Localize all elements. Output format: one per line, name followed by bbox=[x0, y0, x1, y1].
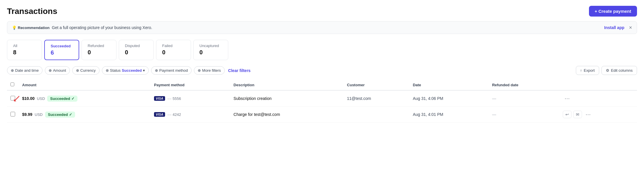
customer-column-header: Customer bbox=[344, 80, 409, 90]
transactions-table: Amount Payment method Description Custom… bbox=[7, 80, 637, 123]
status-badge: Succeeded ✓ bbox=[45, 112, 75, 118]
status-tab-succeeded[interactable]: Succeeded 6 bbox=[44, 40, 79, 60]
customer-cell: 11@test.com bbox=[344, 90, 409, 107]
amount-value: $10.00 bbox=[22, 96, 35, 101]
page-title: Transactions bbox=[7, 7, 57, 16]
table-row: $10.00 USD Succeeded ✓ VISA ···· 5556 Su… bbox=[7, 90, 637, 107]
row-more-button[interactable]: ⋯ bbox=[584, 111, 592, 118]
more-filters-button[interactable]: ⊕ More filters bbox=[194, 66, 224, 75]
amount-cell: $10.00 USD Succeeded ✓ bbox=[19, 90, 151, 107]
status-tab-count: 6 bbox=[51, 49, 73, 56]
transactions-table-container: Amount Payment method Description Custom… bbox=[7, 80, 637, 123]
filters-right-actions: ↑ Export ⚙ Edit columns bbox=[576, 66, 637, 75]
amount-filter[interactable]: ⊕ Amount bbox=[45, 66, 70, 75]
row-undo-button[interactable]: ↩ bbox=[563, 111, 572, 118]
filters-row: ⊕ Date and time ⊕ Amount ⊕ Currency ⊗ St… bbox=[7, 66, 637, 75]
amount-value: $9.99 bbox=[22, 112, 32, 117]
date-time-filter[interactable]: ⊕ Date and time bbox=[7, 66, 43, 75]
status-tab-disputed[interactable]: Disputed 0 bbox=[119, 40, 154, 60]
banner-left: 💡 Recommendation Get a full operating pi… bbox=[12, 25, 152, 30]
status-tab-label: Succeeded bbox=[51, 44, 73, 48]
select-all-checkbox[interactable] bbox=[10, 82, 14, 86]
date-column-header: Date bbox=[409, 80, 489, 90]
status-badge: Succeeded ✓ bbox=[47, 96, 77, 102]
refunded-date-cell: — bbox=[489, 90, 559, 107]
plus-circle-icon-more: ⊕ bbox=[198, 68, 201, 73]
select-all-header bbox=[7, 80, 19, 90]
red-arrow-icon bbox=[14, 96, 20, 101]
edit-columns-button[interactable]: ⚙ Edit columns bbox=[601, 66, 637, 75]
currency-filter[interactable]: ⊕ Currency bbox=[72, 66, 100, 75]
amount-column-header: Amount bbox=[19, 80, 151, 90]
settings-icon: ⚙ bbox=[606, 68, 609, 73]
install-app-link[interactable]: Install app bbox=[604, 25, 624, 30]
description-cell: Subscription creation bbox=[230, 90, 344, 107]
status-tab-count: 0 bbox=[125, 49, 148, 56]
export-icon: ↑ bbox=[580, 68, 582, 73]
banner-right: Install app × bbox=[604, 25, 632, 30]
visa-badge: VISA bbox=[154, 112, 165, 117]
status-tab-count: 0 bbox=[162, 49, 185, 56]
description-cell: Charge for test@test.com bbox=[230, 107, 344, 123]
clear-filters-link[interactable]: Clear filters bbox=[228, 68, 251, 73]
status-tab-label: Disputed bbox=[125, 44, 148, 48]
table-body: $10.00 USD Succeeded ✓ VISA ···· 5556 Su… bbox=[7, 90, 637, 123]
table-row: $9.99 USD Succeeded ✓ VISA ···· 4242 Cha… bbox=[7, 107, 637, 123]
status-tab-uncaptured[interactable]: Uncaptured 0 bbox=[193, 40, 228, 60]
customer-cell bbox=[344, 107, 409, 123]
currency-label: USD bbox=[37, 96, 45, 101]
description-column-header: Description bbox=[230, 80, 344, 90]
payment-method-cell: VISA ···· 5556 bbox=[151, 90, 230, 107]
amount-cell: $9.99 USD Succeeded ✓ bbox=[19, 107, 151, 123]
plus-circle-icon-payment: ⊕ bbox=[155, 68, 158, 73]
x-circle-icon: ⊗ bbox=[106, 68, 109, 73]
status-tabs: All 8 Succeeded 6 Refunded 0 Disputed 0 … bbox=[7, 40, 637, 60]
card-dots: ···· 4242 bbox=[167, 112, 181, 117]
date-cell: Aug 31, 4:01 PM bbox=[409, 107, 489, 123]
status-tab-all[interactable]: All 8 bbox=[7, 40, 42, 60]
refunded-date-column-header: Refunded date bbox=[489, 80, 559, 90]
row-checkbox[interactable] bbox=[10, 112, 15, 116]
status-tab-failed[interactable]: Failed 0 bbox=[156, 40, 191, 60]
status-tab-count: 0 bbox=[199, 49, 222, 56]
payment-method-filter[interactable]: ⊕ Payment method bbox=[151, 66, 192, 75]
status-tab-refunded[interactable]: Refunded 0 bbox=[82, 40, 116, 60]
refunded-date-cell: — bbox=[489, 107, 559, 123]
status-tab-label: Failed bbox=[162, 44, 185, 48]
payment-method-column-header: Payment method bbox=[151, 80, 230, 90]
actions-cell: ↩ ✉ ⋯ bbox=[559, 107, 637, 123]
lightbulb-icon: 💡 bbox=[12, 26, 17, 30]
actions-column-header bbox=[559, 80, 637, 90]
currency-label: USD bbox=[35, 112, 43, 117]
plus-circle-icon: ⊕ bbox=[11, 68, 14, 73]
payment-method-cell: VISA ···· 4242 bbox=[151, 107, 230, 123]
export-button[interactable]: ↑ Export bbox=[576, 66, 599, 75]
status-tab-label: All bbox=[13, 44, 36, 48]
table-header: Amount Payment method Description Custom… bbox=[7, 80, 637, 90]
status-tab-count: 8 bbox=[13, 49, 36, 56]
status-filter[interactable]: ⊗ Status Succeeded ▾ bbox=[102, 66, 149, 75]
svg-line-1 bbox=[15, 96, 19, 100]
create-payment-button[interactable]: + Create payment bbox=[589, 6, 637, 17]
plus-circle-icon-amount: ⊕ bbox=[49, 68, 52, 73]
banner-tag: 💡 Recommendation bbox=[12, 26, 49, 30]
status-tab-label: Refunded bbox=[88, 44, 110, 48]
recommendation-banner: 💡 Recommendation Get a full operating pi… bbox=[7, 21, 637, 34]
chevron-down-icon: ▾ bbox=[143, 68, 145, 73]
card-dots: ···· 5556 bbox=[167, 96, 181, 101]
banner-close-button[interactable]: × bbox=[629, 25, 632, 30]
row-more-button[interactable]: ⋯ bbox=[563, 95, 572, 102]
date-cell: Aug 31, 4:06 PM bbox=[409, 90, 489, 107]
status-tab-label: Uncaptured bbox=[199, 44, 222, 48]
plus-circle-icon-currency: ⊕ bbox=[76, 68, 79, 73]
status-tab-count: 0 bbox=[88, 49, 110, 56]
row-actions: ↩ ✉ ⋯ bbox=[563, 111, 634, 118]
row-checkbox-cell bbox=[7, 107, 19, 123]
row-email-button[interactable]: ✉ bbox=[573, 111, 582, 118]
visa-badge: VISA bbox=[154, 96, 165, 101]
banner-text: Get a full operating picture of your bus… bbox=[52, 25, 152, 30]
actions-cell: ⋯ bbox=[559, 90, 637, 107]
